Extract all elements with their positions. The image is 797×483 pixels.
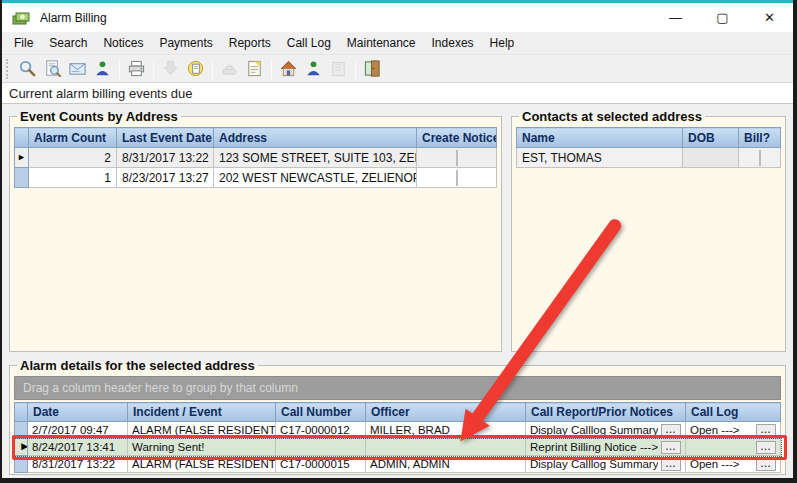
minimize-button[interactable]: — xyxy=(652,3,699,32)
money-app-icon xyxy=(11,8,31,28)
column-header-dob[interactable]: DOB xyxy=(683,128,739,148)
main-area: Event Counts by Address Alarm Count Last… xyxy=(2,104,793,475)
toolbar-separator xyxy=(212,59,213,79)
call-report-link[interactable]: Display Calllog Summary ---> xyxy=(530,424,658,436)
column-header-call-report[interactable]: Call Report/Prior Notices xyxy=(526,403,686,422)
toolbar xyxy=(2,54,793,82)
envelope-icon[interactable] xyxy=(65,57,90,81)
column-header-address[interactable]: Address xyxy=(214,128,417,148)
row-selector-arrow-icon: ► xyxy=(15,439,28,456)
toolbar-separator xyxy=(355,59,356,79)
billing-refresh-icon[interactable] xyxy=(183,57,208,81)
column-header-bill[interactable]: Bill? xyxy=(739,128,781,148)
contact-dob-cell xyxy=(683,148,739,168)
toolbar-separator xyxy=(271,59,272,79)
menu-payments[interactable]: Payments xyxy=(151,33,220,53)
toolbar-grip[interactable] xyxy=(6,59,11,79)
contact-name-cell: EST, THOMAS xyxy=(517,148,683,168)
column-header-call-number[interactable]: Call Number xyxy=(276,403,366,422)
row-selector-cell xyxy=(15,168,29,188)
alarm-details-table: Date Incident / Event Call Number Office… xyxy=(14,402,781,473)
call-report-link[interactable]: Display Calllog Summary ---> xyxy=(530,458,658,470)
report-icon[interactable] xyxy=(242,57,267,81)
ellipsis-button[interactable]: ... xyxy=(661,424,681,437)
call-number-cell: C17-0000015 xyxy=(276,456,366,473)
toolbar-separator xyxy=(119,59,120,79)
column-header-name[interactable]: Name xyxy=(517,128,683,148)
officer-cell: ADMIN, ADMIN xyxy=(366,456,526,473)
print-icon[interactable] xyxy=(124,57,149,81)
window-controls: — ▢ ✕ xyxy=(652,3,793,32)
create-notice-cell xyxy=(417,168,497,188)
event-counts-table: Alarm Count Last Event Date Address Crea… xyxy=(14,127,497,188)
call-report-cell: Reprint Billing Notice ---> ... xyxy=(526,439,686,456)
ellipsis-button[interactable]: ... xyxy=(756,424,776,437)
contact-bill-cell xyxy=(739,148,781,168)
menu-reports[interactable]: Reports xyxy=(221,33,279,53)
menu-call-log[interactable]: Call Log xyxy=(279,33,339,53)
row-selector-cell xyxy=(15,422,28,439)
group-by-drop-zone[interactable]: Drag a column header here to group by th… xyxy=(14,376,781,400)
last-event-date-cell: 8/23/2017 13:27 xyxy=(117,168,214,188)
column-header-officer[interactable]: Officer xyxy=(366,403,526,422)
call-log-link[interactable]: Open ---> xyxy=(690,458,740,470)
person-icon[interactable] xyxy=(90,57,115,81)
menu-maintenance[interactable]: Maintenance xyxy=(339,33,424,53)
call-report-cell: Display Calllog Summary ---> ... xyxy=(526,456,686,473)
alarm-details-title: Alarm details for the selected address xyxy=(17,358,258,373)
event-counts-title: Event Counts by Address xyxy=(17,109,181,124)
status-bar: Current alarm billing events due xyxy=(2,82,793,104)
call-log-link[interactable]: Open ---> xyxy=(690,424,740,436)
create-notice-checkbox[interactable] xyxy=(456,170,458,186)
row-selector-cell xyxy=(15,456,28,473)
officer-cell xyxy=(366,439,526,456)
contacts-panel: Contacts at selected address Name DOB Bi… xyxy=(511,109,786,352)
create-notice-checkbox[interactable] xyxy=(456,150,458,166)
column-header-call-log[interactable]: Call Log xyxy=(686,403,781,422)
incident-cell: ALARM (FALSE RESIDENTIA xyxy=(128,456,276,473)
document-preview-icon[interactable] xyxy=(40,57,65,81)
status-text: Current alarm billing events due xyxy=(9,86,193,101)
call-report-link[interactable]: Reprint Billing Notice ---> xyxy=(530,441,658,453)
call-log-cell: Open ---> ... xyxy=(686,422,781,439)
event-row[interactable]: 1 8/23/2017 13:27 202 WEST NEWCASTLE, ZE… xyxy=(15,168,497,188)
call-log-cell: Open ---> ... xyxy=(686,456,781,473)
menu-search[interactable]: Search xyxy=(41,33,95,53)
exit-door-icon[interactable] xyxy=(360,57,385,81)
column-header-alarm-count[interactable]: Alarm Count xyxy=(29,128,117,148)
column-header-date[interactable]: Date xyxy=(28,403,128,422)
create-notice-cell xyxy=(417,148,497,168)
event-counts-panel: Event Counts by Address Alarm Count Last… xyxy=(9,109,502,352)
ellipsis-button[interactable]: ... xyxy=(756,441,776,454)
address-cell: 202 WEST NEWCASTLE, ZELIENOPLE PA xyxy=(214,168,417,188)
last-event-date-cell: 8/31/2017 13:22 xyxy=(117,148,214,168)
ellipsis-button[interactable]: ... xyxy=(661,441,681,454)
home-icon[interactable] xyxy=(276,57,301,81)
event-row-selected[interactable]: ► 2 8/31/2017 13:22 123 SOME STREET, SUI… xyxy=(15,148,497,168)
bill-checkbox[interactable] xyxy=(759,150,761,166)
alarm-row-highlighted[interactable]: ► 8/24/2017 13:41 Warning Sent! Reprint … xyxy=(15,439,781,456)
ellipsis-button[interactable]: ... xyxy=(756,458,776,471)
column-header-create-notice[interactable]: Create Notice xyxy=(417,128,497,148)
menu-notices[interactable]: Notices xyxy=(95,33,151,53)
alarm-details-panel: Alarm details for the selected address D… xyxy=(9,358,786,475)
column-header-last-event-date[interactable]: Last Event Date xyxy=(117,128,214,148)
date-cell: 8/31/2017 13:22 xyxy=(28,456,128,473)
call-report-cell: Display Calllog Summary ---> ... xyxy=(526,422,686,439)
call-number-cell: C17-0000012 xyxy=(276,422,366,439)
ellipsis-button[interactable]: ... xyxy=(661,458,681,471)
column-header-incident[interactable]: Incident / Event xyxy=(128,403,276,422)
search-icon[interactable] xyxy=(15,57,40,81)
phone-icon xyxy=(217,57,242,81)
maximize-button[interactable]: ▢ xyxy=(699,3,746,32)
menu-file[interactable]: File xyxy=(6,33,41,53)
alarm-row[interactable]: 2/7/2017 09:47 ALARM (FALSE RESIDENTIA C… xyxy=(15,422,781,439)
menu-indexes[interactable]: Indexes xyxy=(424,33,482,53)
app-window: Alarm Billing — ▢ ✕ File Search Notices … xyxy=(0,0,797,483)
menu-help[interactable]: Help xyxy=(482,33,523,53)
contacts-table: Name DOB Bill? EST, THOMAS xyxy=(516,127,781,168)
alarm-row[interactable]: 8/31/2017 13:22 ALARM (FALSE RESIDENTIA … xyxy=(15,456,781,473)
close-button[interactable]: ✕ xyxy=(746,3,793,32)
contact-row[interactable]: EST, THOMAS xyxy=(517,148,781,168)
person-add-icon[interactable] xyxy=(301,57,326,81)
